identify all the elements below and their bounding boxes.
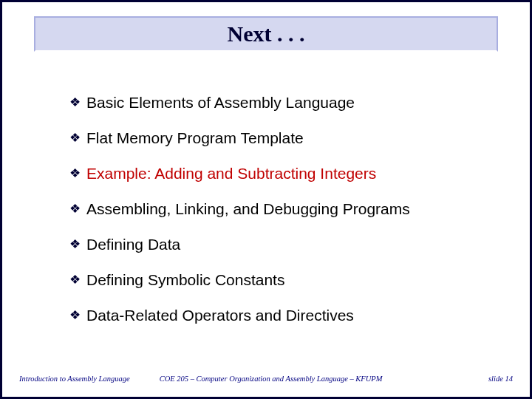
title-bar: Next . . . xyxy=(34,16,498,52)
list-item: ❖ Assembling, Linking, and Debugging Pro… xyxy=(69,200,488,219)
footer-left: Introduction to Assembly Language xyxy=(19,375,130,383)
bullet-text: Assembling, Linking, and Debugging Progr… xyxy=(86,200,410,219)
bullet-list: ❖ Basic Elements of Assembly Language ❖ … xyxy=(69,93,488,341)
bullet-diamond-icon: ❖ xyxy=(69,93,81,112)
slide-footer: Introduction to Assembly Language COE 20… xyxy=(0,371,532,386)
bullet-text: Basic Elements of Assembly Language xyxy=(86,93,355,112)
list-item: ❖ Defining Data xyxy=(69,235,488,254)
bullet-diamond-icon: ❖ xyxy=(69,306,81,325)
bullet-text: Data-Related Operators and Directives xyxy=(86,306,354,325)
bullet-text: Defining Symbolic Constants xyxy=(86,270,284,290)
bullet-diamond-icon: ❖ xyxy=(69,270,81,290)
footer-center: COE 205 – Computer Organization and Asse… xyxy=(130,375,488,383)
bullet-diamond-icon: ❖ xyxy=(69,164,81,183)
list-item: ❖ Basic Elements of Assembly Language xyxy=(69,93,488,112)
bullet-text-current: Example: Adding and Subtracting Integers xyxy=(86,164,376,183)
bullet-text: Defining Data xyxy=(86,235,180,254)
list-item: ❖ Defining Symbolic Constants xyxy=(69,270,488,290)
list-item: ❖ Flat Memory Program Template xyxy=(69,129,488,148)
bullet-diamond-icon: ❖ xyxy=(69,235,81,254)
bullet-text: Flat Memory Program Template xyxy=(86,129,304,148)
list-item: ❖ Example: Adding and Subtracting Intege… xyxy=(69,164,488,183)
footer-slide-number: slide 14 xyxy=(488,375,513,383)
list-item: ❖ Data-Related Operators and Directives xyxy=(69,306,488,325)
slide-title: Next . . . xyxy=(228,21,305,47)
bullet-diamond-icon: ❖ xyxy=(69,200,81,219)
bullet-diamond-icon: ❖ xyxy=(69,129,81,148)
